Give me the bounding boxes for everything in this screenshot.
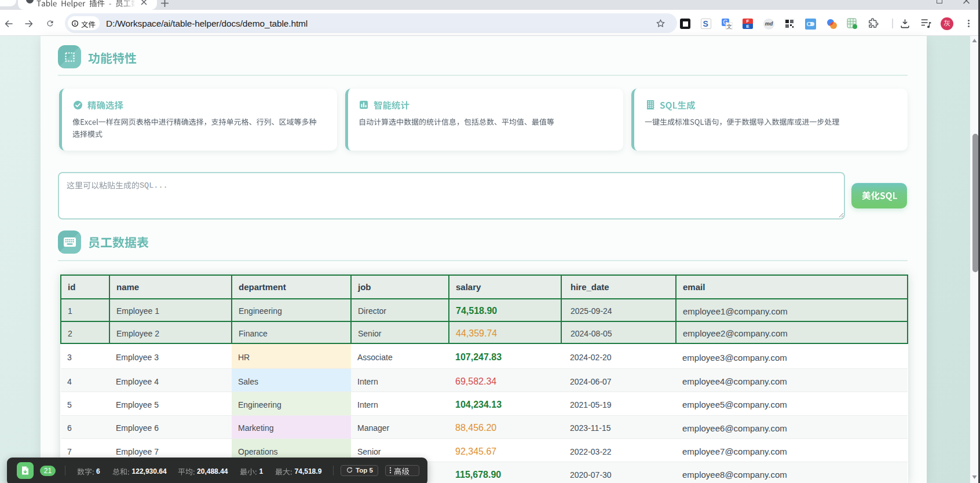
svg-text:文: 文 (726, 23, 732, 30)
